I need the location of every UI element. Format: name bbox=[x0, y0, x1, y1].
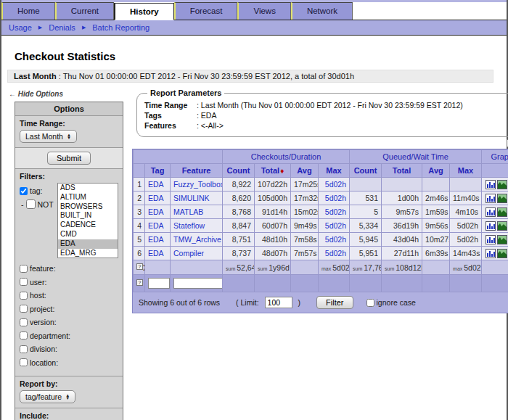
bar-chart-icon[interactable] bbox=[486, 221, 496, 231]
checkout-max-link[interactable]: 5d02h bbox=[319, 219, 350, 233]
tag-option-built_in[interactable]: BUILT_IN bbox=[58, 211, 118, 221]
area-chart-icon[interactable] bbox=[497, 207, 507, 217]
tag-option-eda_mrg[interactable]: EDA_MRG bbox=[58, 249, 118, 258]
help-icon[interactable]: ? bbox=[136, 279, 143, 286]
feature-link[interactable]: Compiler bbox=[171, 247, 223, 260]
hide-options-link[interactable]: ← Hide Options bbox=[9, 90, 63, 98]
tag-link[interactable]: EDA bbox=[145, 205, 171, 219]
checkout-max-link[interactable]: 5d02h bbox=[325, 235, 346, 244]
checkout-max-link[interactable]: 5d02h bbox=[325, 194, 346, 202]
bar-chart-icon[interactable] bbox=[486, 207, 496, 217]
tag-option-cmd[interactable]: CMD bbox=[58, 230, 118, 239]
feature-link[interactable]: MATLAB bbox=[173, 207, 203, 216]
col-header-queue-max[interactable]: Max bbox=[450, 164, 482, 178]
feature-link[interactable]: Fuzzy_Toolbox bbox=[173, 180, 223, 189]
col-header-checkout-total[interactable]: Total♦ bbox=[255, 164, 291, 178]
area-chart-icon[interactable] bbox=[497, 221, 507, 231]
submit-button-top[interactable]: Submit bbox=[47, 152, 91, 165]
filter-checkbox-input-version[interactable] bbox=[20, 318, 28, 326]
tag-link[interactable]: EDA bbox=[148, 194, 164, 202]
tag-link[interactable]: EDA bbox=[145, 192, 171, 205]
checkout-max-link[interactable]: 5d02h bbox=[319, 247, 350, 260]
help-icon[interactable]: ? bbox=[136, 263, 143, 270]
tag-filter-input[interactable] bbox=[148, 278, 170, 289]
feature-link[interactable]: Stateflow bbox=[171, 219, 223, 233]
bar-chart-icon[interactable] bbox=[486, 249, 496, 258]
checkout-max-link[interactable]: 5d02h bbox=[319, 205, 350, 219]
bar-chart-icon[interactable] bbox=[486, 180, 496, 189]
breadcrumb-link-denials[interactable]: Denials bbox=[49, 23, 75, 32]
breadcrumb-link-usage[interactable]: Usage bbox=[9, 23, 32, 32]
tab-current[interactable]: Current bbox=[55, 2, 114, 20]
filter-checkbox-input-project[interactable] bbox=[20, 305, 28, 313]
filter-checkbox-input-department[interactable] bbox=[20, 332, 28, 339]
tag-link[interactable]: EDA bbox=[145, 178, 171, 192]
tag-link[interactable]: EDA bbox=[148, 180, 164, 189]
tab-views[interactable]: Views bbox=[237, 2, 290, 20]
checkout-max-link[interactable]: 5d02h bbox=[319, 178, 350, 192]
filter-checkbox-input-host[interactable] bbox=[20, 292, 28, 300]
col-header-checkout-count[interactable]: Count bbox=[223, 164, 255, 178]
feature-link[interactable]: MATLAB bbox=[171, 205, 223, 219]
tag-listbox[interactable]: ADSALTIUMBROWSERSBUILT_INCADENCECMDEDAED… bbox=[57, 183, 118, 258]
filter-checkbox-input-feature[interactable] bbox=[20, 265, 28, 273]
filter-checkbox-version[interactable]: version: bbox=[20, 318, 118, 326]
feature-link[interactable]: Fuzzy_Toolbox bbox=[171, 178, 223, 192]
feature-link[interactable]: TMW_Archive bbox=[173, 235, 221, 244]
tag-checkbox-input[interactable] bbox=[20, 187, 28, 195]
col-header-queue-count[interactable]: Count bbox=[350, 164, 382, 178]
area-chart-icon[interactable] bbox=[497, 180, 507, 189]
tab-network[interactable]: Network bbox=[291, 2, 353, 20]
checkout-max-link[interactable]: 5d02h bbox=[325, 207, 346, 216]
tag-option-cadence[interactable]: CADENCE bbox=[58, 221, 118, 230]
checkout-max-link[interactable]: 5d02h bbox=[319, 233, 350, 247]
report-by-select[interactable]: tag/feature ▲▼ bbox=[20, 390, 75, 403]
tag-link[interactable]: EDA bbox=[148, 221, 164, 230]
filter-checkbox-host[interactable]: host: bbox=[20, 291, 118, 300]
tag-option-altium[interactable]: ALTIUM bbox=[58, 193, 118, 202]
tag-link[interactable]: EDA bbox=[145, 219, 171, 233]
filter-checkbox-department[interactable]: department: bbox=[20, 332, 118, 340]
filter-checkbox-user[interactable]: user: bbox=[20, 278, 118, 287]
area-chart-icon[interactable] bbox=[497, 194, 507, 203]
limit-input[interactable] bbox=[265, 297, 292, 308]
filter-checkbox-input-location[interactable] bbox=[20, 358, 28, 366]
col-header-queue-avg[interactable]: Avg bbox=[422, 164, 450, 178]
tag-link[interactable]: EDA bbox=[145, 247, 171, 260]
col-header-tag[interactable]: Tag bbox=[145, 164, 171, 178]
ignore-case-checkbox[interactable]: ignore case bbox=[366, 298, 416, 307]
col-header-feature[interactable]: Feature bbox=[171, 164, 223, 178]
tag-link[interactable]: EDA bbox=[148, 249, 164, 258]
tag-not-checkbox[interactable]: - NOT bbox=[21, 199, 57, 209]
tag-option-eda[interactable]: EDA bbox=[58, 239, 118, 249]
area-chart-icon[interactable] bbox=[497, 235, 507, 244]
feature-link[interactable]: SIMULINK bbox=[171, 192, 223, 205]
tag-link[interactable]: EDA bbox=[145, 233, 171, 247]
feature-filter-input[interactable] bbox=[173, 278, 223, 289]
tab-history[interactable]: History bbox=[114, 3, 174, 20]
tag-option-browsers[interactable]: BROWSERS bbox=[58, 202, 118, 212]
filter-checkbox-division[interactable]: division: bbox=[20, 345, 118, 353]
feature-link[interactable]: Compiler bbox=[173, 249, 204, 258]
filter-checkbox-input-division[interactable] bbox=[20, 345, 28, 353]
filter-checkbox-input-user[interactable] bbox=[20, 278, 28, 286]
tag-option-ads[interactable]: ADS bbox=[58, 184, 118, 193]
not-checkbox-input[interactable] bbox=[26, 199, 36, 209]
area-chart-icon[interactable] bbox=[497, 249, 507, 258]
feature-link[interactable]: TMW_Archive bbox=[171, 233, 223, 247]
time-range-select[interactable]: Last Month ▲▼ bbox=[20, 130, 77, 143]
filter-checkbox-project[interactable]: project: bbox=[20, 305, 118, 313]
ignore-case-checkbox-input[interactable] bbox=[366, 299, 374, 307]
filter-button[interactable]: Filter bbox=[316, 296, 353, 309]
tab-forecast[interactable]: Forecast bbox=[174, 2, 238, 20]
feature-link[interactable]: SIMULINK bbox=[173, 194, 210, 202]
tab-home[interactable]: Home bbox=[1, 2, 55, 20]
filter-checkbox-feature[interactable]: feature: bbox=[20, 264, 118, 273]
checkout-max-link[interactable]: 5d02h bbox=[325, 180, 346, 189]
col-header-checkout-avg[interactable]: Avg bbox=[291, 164, 319, 178]
tag-link[interactable]: EDA bbox=[148, 235, 164, 244]
bar-chart-icon[interactable] bbox=[486, 194, 496, 203]
tag-link[interactable]: EDA bbox=[148, 207, 164, 216]
checkout-max-link[interactable]: 5d02h bbox=[325, 221, 346, 230]
tag-filter-checkbox[interactable]: tag: bbox=[20, 186, 57, 195]
